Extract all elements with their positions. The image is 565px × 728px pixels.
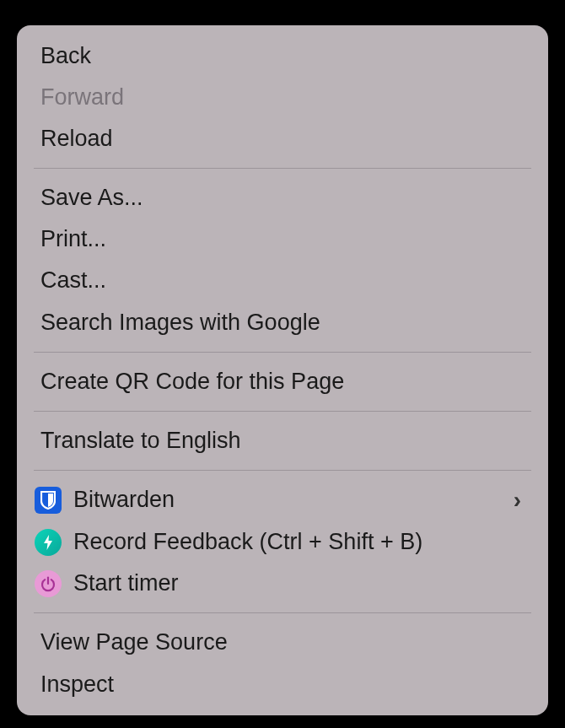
divider <box>34 612 531 613</box>
menu-item-create-qr[interactable]: Create QR Code for this Page <box>17 361 548 402</box>
divider <box>34 470 531 471</box>
menu-item-start-timer[interactable]: Start timer <box>17 563 548 604</box>
menu-item-label: Bitwarden <box>73 485 514 515</box>
menu-item-print[interactable]: Print... <box>17 218 548 260</box>
menu-item-record-feedback[interactable]: Record Feedback (Ctrl + Shift + B) <box>17 521 548 563</box>
menu-item-label: Translate to English <box>40 426 525 456</box>
menu-item-forward: Forward <box>17 77 548 118</box>
menu-item-label: Record Feedback (Ctrl + Shift + B) <box>73 527 525 557</box>
menu-item-label: Back <box>40 41 525 71</box>
menu-item-label: Forward <box>40 83 525 112</box>
menu-item-save-as[interactable]: Save As... <box>17 177 548 218</box>
context-menu: Back Forward Reload Save As... Print... … <box>17 25 548 715</box>
divider <box>34 411 531 412</box>
bitwarden-icon <box>34 486 62 515</box>
menu-item-translate[interactable]: Translate to English <box>17 420 548 461</box>
lightning-icon <box>34 528 62 557</box>
menu-item-label: Reload <box>40 124 525 154</box>
menu-item-label: Save As... <box>40 183 525 213</box>
menu-item-label: Start timer <box>73 569 525 598</box>
menu-item-reload[interactable]: Reload <box>17 118 548 159</box>
menu-item-search-images[interactable]: Search Images with Google <box>17 302 548 343</box>
menu-item-label: Inspect <box>40 670 525 699</box>
power-icon <box>34 569 62 598</box>
menu-item-back[interactable]: Back <box>17 35 548 77</box>
chevron-right-icon: › <box>514 485 521 515</box>
menu-item-cast[interactable]: Cast... <box>17 260 548 301</box>
menu-item-label: Search Images with Google <box>40 308 525 337</box>
menu-item-label: View Page Source <box>40 628 525 657</box>
divider <box>34 168 531 169</box>
divider <box>34 352 531 353</box>
menu-item-label: Print... <box>40 224 525 254</box>
menu-item-view-source[interactable]: View Page Source <box>17 622 548 663</box>
menu-item-inspect[interactable]: Inspect <box>17 664 548 705</box>
menu-item-label: Create QR Code for this Page <box>40 367 525 396</box>
menu-item-label: Cast... <box>40 266 525 295</box>
menu-item-bitwarden[interactable]: Bitwarden › <box>17 479 548 521</box>
